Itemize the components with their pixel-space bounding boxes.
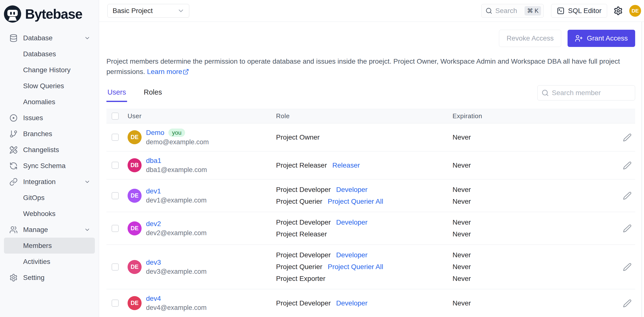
expiration-value: Never [452, 249, 619, 261]
sql-editor-button[interactable]: SQL Editor [551, 4, 607, 18]
sidebar-item-databases[interactable]: Databases [4, 46, 95, 62]
expiration-cell: NeverNeverNever [452, 249, 619, 284]
column-header-expiration: Expiration [452, 112, 619, 120]
sidebar-item-label: Databases [23, 50, 90, 58]
role-line: Project Developer Developer [276, 184, 452, 196]
row-checkbox[interactable] [112, 134, 119, 141]
column-header-user: User [122, 112, 276, 120]
role-binding-link[interactable]: Releaser [332, 162, 360, 169]
project-selector-label: Basic Project [112, 7, 153, 15]
project-selector[interactable]: Basic Project [108, 4, 189, 18]
scrollbar-track[interactable] [642, 22, 642, 317]
sidebar-item-sync-schema[interactable]: Sync Schema [4, 158, 95, 174]
role-line: Project Querier Project Querier All [276, 196, 452, 208]
select-all-checkbox[interactable] [112, 112, 119, 120]
role-name: Project Developer [276, 218, 331, 226]
sidebar-item-branches[interactable]: Branches [4, 126, 95, 142]
edit-pencil-icon[interactable] [623, 224, 632, 233]
global-search-input[interactable]: Search ⌘ K [481, 4, 544, 18]
expiration-cell: Never [452, 132, 619, 143]
expiration-value: Never [452, 273, 619, 284]
table-header-row: User Role Expiration [106, 109, 635, 123]
edit-pencil-icon[interactable] [623, 161, 632, 170]
users-icon [9, 225, 18, 234]
sidebar-item-manage[interactable]: Manage [4, 222, 95, 238]
row-checkbox[interactable] [112, 264, 119, 270]
member-name-link[interactable]: dev3 [146, 258, 161, 266]
sidebar-item-anomalies[interactable]: Anomalies [4, 94, 95, 110]
sidebar-item-change-history[interactable]: Change History [4, 62, 95, 78]
role-binding-link[interactable]: Developer [336, 186, 368, 194]
member-row-dev4: DE dev4 dev4@example.com Project Develop… [106, 289, 635, 317]
roles-cell: Project Developer Developer Project Quer… [276, 249, 452, 284]
sidebar-item-changelists[interactable]: Changelists [4, 142, 95, 158]
refresh-icon [9, 161, 18, 170]
tab-users[interactable]: Users [106, 86, 127, 102]
expiration-value: Never [452, 228, 619, 240]
role-binding-link[interactable]: Developer [336, 251, 368, 259]
grant-access-button[interactable]: Grant Access [568, 30, 635, 47]
member-name-link[interactable]: dev2 [146, 220, 161, 228]
git-branch-icon [9, 129, 18, 138]
sidebar-item-gitops[interactable]: GitOps [4, 190, 95, 206]
sidebar-item-members[interactable]: Members [4, 238, 95, 254]
revoke-access-button[interactable]: Revoke Access [499, 30, 561, 47]
sidebar-item-label: Anomalies [23, 98, 90, 106]
brand-logo[interactable]: Bytebase [0, 0, 99, 30]
pencil-ruler-icon [9, 145, 18, 154]
table-body: DE Demo you demo@example.com Project Own… [106, 123, 635, 317]
tab-roles[interactable]: Roles [143, 86, 163, 102]
member-row-dba1: DB dba1 dba1@example.com Project Release… [106, 151, 635, 180]
topbar-right: Search ⌘ K SQL Editor DE [481, 4, 641, 18]
member-search-input[interactable] [552, 89, 640, 97]
edit-pencil-icon[interactable] [623, 133, 632, 142]
sidebar-item-label: Activities [23, 258, 90, 266]
expiration-cell: NeverNever [452, 184, 619, 208]
member-name-link[interactable]: dev1 [146, 187, 161, 195]
sidebar-item-issues[interactable]: Issues [4, 110, 95, 126]
database-icon [9, 34, 18, 43]
sidebar-item-activities[interactable]: Activities [4, 254, 95, 270]
grant-access-label: Grant Access [587, 34, 628, 42]
role-line: Project Querier Project Querier All [276, 261, 452, 273]
expiration-cell: Never [452, 297, 619, 309]
member-name-link[interactable]: Demo [146, 129, 164, 137]
row-checkbox[interactable] [112, 300, 119, 307]
external-link-icon [183, 68, 189, 75]
chevron-down-icon [84, 179, 90, 185]
search-placeholder: Search [495, 7, 524, 15]
member-email: dev1@example.com [146, 196, 207, 204]
sidebar-item-database[interactable]: Database [4, 30, 95, 46]
roles-cell: Project Developer Developer Project Rele… [276, 216, 452, 240]
sidebar-item-label: Webhooks [23, 210, 90, 218]
row-checkbox[interactable] [112, 192, 119, 199]
role-binding-link[interactable]: Project Querier All [328, 198, 383, 206]
edit-pencil-icon[interactable] [623, 299, 632, 308]
edit-pencil-icon[interactable] [623, 191, 632, 200]
member-name-link[interactable]: dev4 [146, 295, 161, 302]
role-binding-link[interactable]: Project Querier All [328, 263, 383, 271]
member-email: dev2@example.com [146, 229, 207, 237]
learn-more-link[interactable]: Learn more [147, 66, 189, 77]
user-avatar[interactable]: DE [629, 5, 641, 17]
expiration-value: Never [452, 184, 619, 196]
member-row-dev2: DE dev2 dev2@example.com Project Develop… [106, 212, 635, 245]
sidebar-item-integration[interactable]: Integration [4, 174, 95, 190]
sidebar-item-webhooks[interactable]: Webhooks [4, 206, 95, 222]
row-checkbox[interactable] [112, 162, 119, 169]
tabs-row: Users Roles [106, 85, 635, 102]
row-checkbox[interactable] [112, 225, 119, 232]
role-line: Project Developer Developer [276, 297, 452, 309]
expiration-value: Never [452, 261, 619, 273]
member-name-link[interactable]: dba1 [146, 157, 161, 165]
settings-gear-icon[interactable] [614, 6, 623, 16]
role-binding-link[interactable]: Developer [336, 218, 368, 226]
user-cell: DE dev2 dev2@example.com [122, 220, 276, 237]
sidebar-item-setting[interactable]: Setting [4, 270, 95, 286]
chevron-down-icon [84, 35, 90, 41]
edit-pencil-icon[interactable] [623, 262, 632, 271]
role-name: Project Querier [276, 198, 322, 206]
role-binding-link[interactable]: Developer [336, 299, 368, 307]
sidebar-item-slow-queries[interactable]: Slow Queries [4, 78, 95, 94]
chevron-down-icon [177, 7, 184, 14]
